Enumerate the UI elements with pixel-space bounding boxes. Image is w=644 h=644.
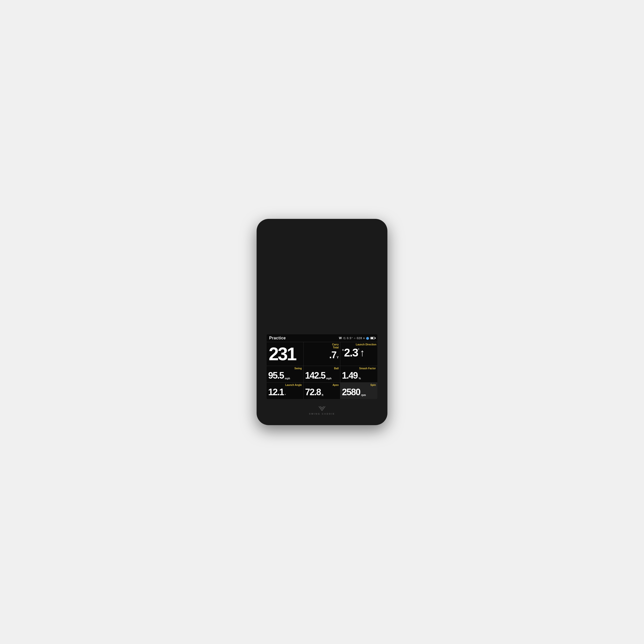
golf-launch-monitor: Practice W /1 0.5° ○ 028 ≡ ⬤ (257, 219, 387, 425)
spin-value: 2580 (342, 387, 360, 397)
mode-label: Practice (269, 336, 286, 340)
smash-factor-value: 1.49 (342, 370, 357, 381)
spin-label: Spin (342, 384, 376, 387)
carry-total-label: CarryTotal (305, 343, 339, 349)
launch-angle-label: Launch Angle (268, 384, 302, 387)
apex-value: 72.8 (305, 387, 321, 397)
swing-speed-unit: mph (285, 377, 290, 380)
bluetooth-icon: ⬤ (366, 337, 369, 340)
spin-cell: Spin 2580 rpm (340, 383, 377, 399)
smash-factor-unit: % (358, 377, 361, 380)
status-bar: Practice W /1 0.5° ○ 028 ≡ ⬤ (267, 334, 377, 342)
launch-angle-unit: ° (285, 394, 286, 396)
logo-text: SWING CADDIE (309, 413, 335, 415)
carry-unit: Y (337, 356, 339, 359)
smash-factor-label: Smash Factor (342, 367, 376, 370)
spin-unit: rpm (361, 394, 366, 396)
smash-factor-row: 1.49 % (342, 370, 361, 381)
launch-direction-value: 2.3 (344, 346, 358, 359)
apex-row: 72.8 ft (305, 387, 324, 397)
ball-speed-value: 142.5 (305, 370, 325, 381)
top-row: 231 CarryTotal .7 Y Launch Direction + 2… (267, 342, 377, 366)
circle-icon: ○ (354, 337, 356, 340)
spin-row: 2580 rpm (342, 387, 366, 397)
total-distance-cell: 231 (267, 342, 304, 366)
launch-direction-cell: Launch Direction + 2.3 ° ↑ (340, 342, 377, 366)
apex-cell: Apex 72.8 ft (304, 383, 341, 399)
shot-count: 028 (357, 337, 362, 340)
club-indicator: W (339, 336, 342, 340)
bot-row: Launch Angle 12.1 ° Apex 72.8 ft Spin 25… (267, 383, 377, 399)
swing-speed-label: Swing (268, 367, 302, 370)
display-screen: Practice W /1 0.5° ○ 028 ≡ ⬤ (267, 334, 377, 399)
launch-direction-sign: + (342, 348, 344, 352)
launch-angle-cell: Launch Angle 12.1 ° (267, 383, 304, 399)
swing-caddie-v-logo (318, 406, 326, 412)
carry-total-cell: CarryTotal .7 Y (304, 342, 341, 366)
swing-speed-value: 95.5 (268, 370, 284, 381)
smash-factor-cell: Smash Factor 1.49 % (340, 366, 377, 382)
logo-area: SWING CADDIE (309, 406, 335, 415)
total-distance-value: 231 (269, 344, 296, 364)
battery-icon (370, 337, 375, 339)
launch-angle-value: 12.1 (268, 387, 284, 397)
swing-speed-row: 95.5 mph (268, 370, 290, 381)
swing-speed-cell: Swing 95.5 mph (267, 366, 304, 382)
ball-speed-row: 142.5 mph (305, 370, 332, 381)
launch-direction-display: + 2.3 ° ↑ (342, 346, 365, 359)
launch-direction-arrow: ↑ (360, 347, 365, 358)
launch-direction-label: Launch Direction (342, 343, 376, 346)
ball-speed-cell: Ball 142.5 mph (304, 366, 341, 382)
apex-label: Apex (305, 384, 339, 387)
settings-icon: ≡ (363, 337, 365, 340)
ball-speed-label: Ball (305, 367, 339, 370)
apex-unit: ft (322, 394, 324, 396)
loft-indicator: 0.5° (347, 337, 353, 340)
separator: /1 (343, 337, 346, 340)
carry-total-value: .7 (329, 350, 336, 360)
mid-row: Swing 95.5 mph Ball 142.5 mph Smash Fact… (267, 366, 377, 383)
ball-speed-unit: mph (326, 377, 332, 380)
status-icons: W /1 0.5° ○ 028 ≡ ⬤ (339, 336, 375, 340)
launch-direction-deg: ° (358, 348, 359, 352)
launch-angle-row: 12.1 ° (268, 387, 286, 397)
